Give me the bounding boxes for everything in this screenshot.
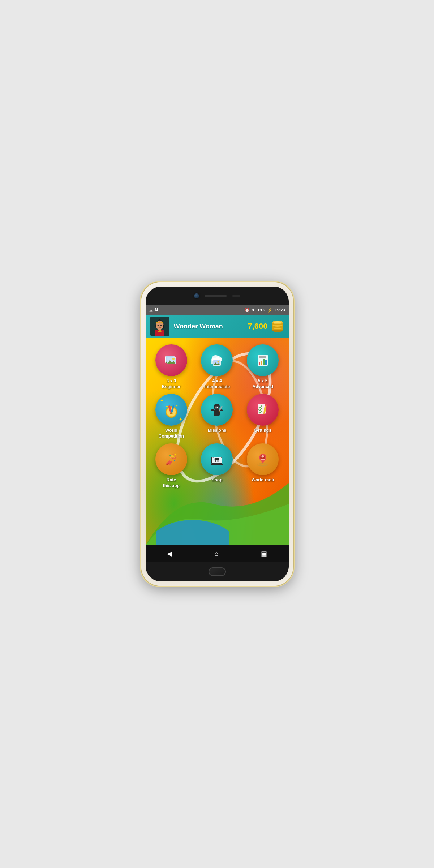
svg-rect-42 xyxy=(259,365,267,365)
settings-icon xyxy=(254,401,272,419)
missions-label: Missions xyxy=(208,428,226,434)
svg-rect-57 xyxy=(211,409,214,411)
advanced-icon xyxy=(254,351,272,369)
phone-screen: 🖼 N ⏰ ✈ 19% ⚡ 15:23 xyxy=(146,287,289,581)
svg-text:✦: ✦ xyxy=(166,404,168,408)
menu-item-rate-app[interactable]: ★ ✦ Rate this app xyxy=(151,443,192,489)
physical-home-button[interactable] xyxy=(209,567,226,576)
recent-button[interactable]: ▣ xyxy=(255,547,273,560)
settings-circle[interactable] xyxy=(247,394,279,426)
airplane-icon: ✈ xyxy=(252,308,255,313)
back-button[interactable]: ◀ xyxy=(161,547,178,560)
main-content: 3 x 3 Beginner xyxy=(146,338,289,545)
sensor xyxy=(232,295,240,297)
svg-point-17 xyxy=(274,321,281,323)
bottom-nav: ◀ ⌂ ▣ xyxy=(146,545,289,562)
world-competition-label: World Competition xyxy=(159,428,184,439)
shop-label: Shop xyxy=(211,477,222,483)
status-right-info: ⏰ ✈ 19% ⚡ 15:23 xyxy=(245,308,285,313)
blue-blob-svg xyxy=(156,509,229,545)
svg-point-7 xyxy=(160,325,162,326)
svg-rect-38 xyxy=(259,362,260,365)
grid-menu: 3 x 3 Beginner xyxy=(146,338,289,495)
top-bezel xyxy=(146,287,289,305)
coin-stack-icon xyxy=(271,319,284,333)
alarm-icon: ⏰ xyxy=(245,308,250,313)
svg-point-26 xyxy=(172,358,175,360)
coin-amount: 7,600 xyxy=(248,322,267,331)
beginner-circle[interactable] xyxy=(155,344,187,376)
menu-item-world-competition[interactable]: ✦ ✦ 1 xyxy=(151,394,192,439)
missions-icon xyxy=(208,401,226,419)
svg-point-6 xyxy=(157,325,159,326)
svg-rect-40 xyxy=(263,359,265,365)
home-button[interactable]: ⌂ xyxy=(209,547,224,560)
menu-item-world-rank[interactable]: World rank xyxy=(242,443,284,489)
svg-rect-36 xyxy=(259,356,266,357)
shop-icon xyxy=(208,450,226,468)
svg-point-71 xyxy=(174,460,175,461)
user-name: Wonder Woman xyxy=(174,323,223,330)
world-rank-icon xyxy=(254,450,272,468)
svg-point-70 xyxy=(169,455,171,456)
intermediate-circle[interactable] xyxy=(201,344,233,376)
world-rank-circle[interactable] xyxy=(247,443,279,475)
svg-point-78 xyxy=(217,460,219,462)
svg-rect-53 xyxy=(215,406,219,409)
n-status-icon: N xyxy=(155,308,158,313)
camera xyxy=(194,293,199,298)
menu-item-shop[interactable]: Shop xyxy=(196,443,238,489)
svg-point-88 xyxy=(261,464,265,465)
svg-rect-39 xyxy=(261,361,262,365)
svg-text:★: ★ xyxy=(174,453,176,456)
status-bar: 🖼 N ⏰ ✈ 19% ⚡ 15:23 xyxy=(146,305,289,315)
beginner-icon xyxy=(162,351,180,369)
svg-rect-56 xyxy=(214,409,220,416)
time-display: 15:23 xyxy=(275,308,285,312)
intermediate-label: 4 x 4 Intermediate xyxy=(204,378,230,390)
svg-point-77 xyxy=(215,460,216,462)
world-competition-icon: 1 ✦ ✦ xyxy=(162,400,181,419)
header: Wonder Woman 7,600 xyxy=(146,315,289,338)
world-rank-label: World rank xyxy=(252,477,274,483)
shop-circle[interactable] xyxy=(201,443,233,475)
avatar xyxy=(150,317,169,336)
svg-text:✦: ✦ xyxy=(176,404,178,408)
svg-rect-65 xyxy=(265,404,267,407)
menu-item-missions[interactable]: Missions xyxy=(196,394,238,439)
menu-item-beginner[interactable]: 3 x 3 Beginner xyxy=(151,344,192,390)
battery-text: 19% xyxy=(257,308,265,312)
coins-area: 7,600 xyxy=(248,319,284,333)
svg-rect-41 xyxy=(265,360,267,365)
image-status-icon: 🖼 xyxy=(149,308,153,312)
svg-point-54 xyxy=(216,407,217,408)
sparkle-tl: ✦ xyxy=(160,398,164,403)
world-competition-circle[interactable]: ✦ ✦ 1 xyxy=(155,394,187,426)
svg-text:✦: ✦ xyxy=(169,456,171,459)
phone-device: 🖼 N ⏰ ✈ 19% ⚡ 15:23 xyxy=(141,282,293,586)
menu-item-settings[interactable]: Settings xyxy=(242,394,284,439)
advanced-label: 5 x 5 Advanced xyxy=(252,378,273,390)
intermediate-icon xyxy=(208,351,226,369)
screen: 🖼 N ⏰ ✈ 19% ⚡ 15:23 xyxy=(146,305,289,562)
battery-icon: ⚡ xyxy=(267,308,272,313)
menu-item-advanced[interactable]: 5 x 5 Advanced xyxy=(242,344,284,390)
rate-app-circle[interactable]: ★ ✦ xyxy=(155,443,187,475)
svg-rect-81 xyxy=(214,463,219,464)
menu-item-intermediate[interactable]: 4 x 4 Intermediate xyxy=(196,344,238,390)
status-left-icons: 🖼 N xyxy=(149,308,158,313)
rate-app-icon: ★ ✦ xyxy=(162,450,180,468)
speaker xyxy=(205,295,227,297)
missions-circle[interactable] xyxy=(201,394,233,426)
svg-point-18 xyxy=(156,520,229,545)
svg-point-34 xyxy=(218,361,219,363)
svg-point-84 xyxy=(262,455,264,458)
svg-point-55 xyxy=(217,407,218,408)
sparkle-br: ✦ xyxy=(179,416,183,422)
advanced-circle[interactable] xyxy=(247,344,279,376)
bottom-bezel xyxy=(146,562,289,581)
svg-rect-37 xyxy=(259,357,266,358)
beginner-label: 3 x 3 Beginner xyxy=(162,378,181,390)
avatar-svg xyxy=(150,317,169,336)
settings-label: Settings xyxy=(254,428,271,434)
